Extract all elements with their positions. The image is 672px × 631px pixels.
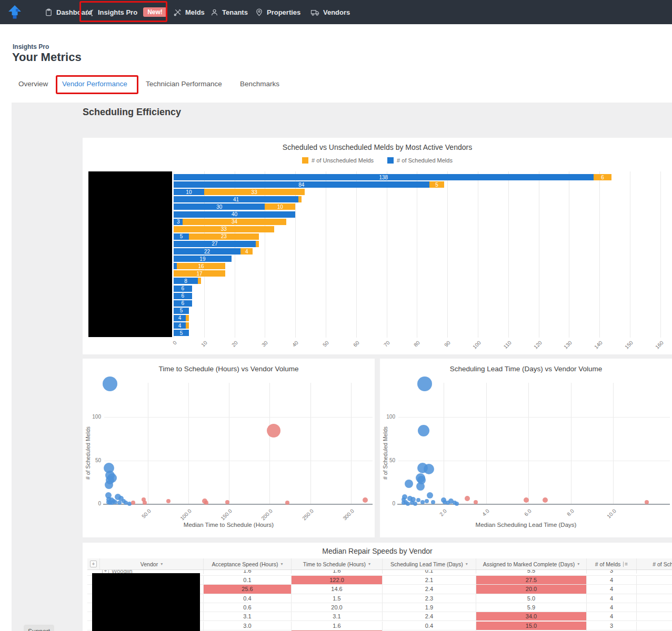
scatter-point[interactable] (427, 492, 433, 498)
bar-segment-scheduled[interactable]: 4 (174, 315, 186, 321)
scatter-point[interactable] (105, 481, 113, 489)
bar-segment-scheduled[interactable]: 5 (174, 233, 189, 240)
bar-segment-unscheduled[interactable] (198, 278, 201, 284)
scatter-point[interactable] (424, 464, 434, 474)
bar-segment-unscheduled[interactable]: 5 (429, 181, 445, 188)
tools-icon (174, 8, 182, 16)
scatter-point[interactable] (418, 425, 429, 436)
scatter1-plot[interactable]: 50.0100.0150.0200.0250.0300.0050100 (83, 359, 375, 537)
nav-item-melds[interactable]: Melds (174, 0, 205, 24)
bar-segment-unscheduled[interactable] (186, 315, 189, 321)
scatter-point[interactable] (425, 499, 429, 503)
table-add-column-cell[interactable]: + (87, 558, 100, 569)
bar-segment-scheduled[interactable]: 4 (174, 322, 186, 329)
scatter-point[interactable] (416, 498, 420, 502)
scatter-point[interactable] (405, 480, 413, 488)
nav-item-properties[interactable]: Properties (255, 0, 300, 24)
scatter-point[interactable] (363, 497, 368, 503)
bar-segment-scheduled[interactable]: 138 (174, 174, 594, 180)
scatter-point[interactable] (465, 496, 470, 501)
bar-segment-unscheduled[interactable]: 17 (174, 270, 225, 277)
bar-segment-scheduled[interactable]: 30 (174, 203, 265, 210)
scatter-point[interactable] (103, 376, 117, 391)
scatter-point[interactable] (417, 376, 432, 391)
scatter-point[interactable] (420, 500, 425, 504)
tab-technician-performance[interactable]: Technician Performance (146, 80, 222, 88)
cell-value: 15.0 (526, 623, 537, 629)
add-column-icon[interactable]: + (90, 561, 97, 567)
table-value-cell: 1.6 (292, 570, 383, 574)
scatter-point[interactable] (267, 424, 280, 437)
nav-item-vendors[interactable]: Vendors (310, 0, 350, 24)
y-axis-tick-label: 50 (379, 457, 395, 463)
gridline (269, 383, 270, 504)
scatter-point[interactable] (543, 497, 548, 503)
column-header-vendor[interactable]: Vendor▾ (100, 558, 204, 569)
bar-segment-scheduled[interactable]: 22 (174, 248, 240, 255)
bar-segment-scheduled[interactable]: 19 (174, 256, 232, 262)
bar-segment-scheduled[interactable]: 5 (174, 308, 189, 314)
bar-segment-scheduled[interactable]: 41 (174, 196, 298, 202)
bar-segment-scheduled[interactable]: 3 (174, 219, 183, 225)
bar-segment-scheduled[interactable]: 40 (174, 211, 295, 218)
bar-segment-unscheduled[interactable] (298, 196, 302, 202)
column-dropdown-icon[interactable]: ▾ (281, 562, 283, 566)
column-dropdown-icon[interactable]: ▾ (368, 562, 370, 566)
bar-segment-unscheduled[interactable] (186, 322, 189, 329)
scatter-point[interactable] (225, 500, 229, 504)
column-dropdown-icon[interactable]: ▾ (161, 562, 163, 566)
table-value-cell: 2.3 (383, 594, 476, 603)
table-header-row[interactable]: +Vendor▾Acceptance Speed (Hours)▾Time to… (87, 558, 672, 570)
scatter-point[interactable] (455, 502, 459, 506)
column-header-6[interactable]: # of Sch (637, 558, 672, 569)
nav-item-insights-pro[interactable]: Insights Pro New! (86, 0, 167, 24)
scatter-point[interactable] (474, 500, 478, 504)
bar-segment-scheduled[interactable]: 6 (174, 300, 192, 307)
bar-segment-unscheduled[interactable]: 34 (183, 219, 286, 225)
tab-benchmarks[interactable]: Benchmarks (240, 80, 279, 88)
nav-item-dashboard[interactable]: Dashboard (45, 0, 92, 24)
column-header-1[interactable]: Acceptance Speed (Hours)▾ (204, 558, 292, 569)
bar-segment-scheduled[interactable]: 84 (174, 181, 429, 188)
bar-segment-unscheduled[interactable]: 4 (240, 248, 253, 255)
x-axis-line (397, 504, 670, 505)
bar-segment-unscheduled[interactable]: 10 (265, 203, 295, 210)
bar-segment-scheduled[interactable]: 27 (174, 241, 256, 247)
column-dropdown-icon[interactable]: ▾ (577, 562, 579, 566)
bar-segment-unscheduled[interactable]: 33 (174, 226, 274, 232)
cell-value: 20.0 (526, 586, 537, 592)
scatter-point[interactable] (431, 500, 435, 504)
sort-icon[interactable]: ≡ (623, 562, 628, 567)
bar-segment-unscheduled[interactable]: 23 (189, 233, 259, 240)
cell-value: 20.0 (331, 604, 342, 610)
bar-segment-scheduled[interactable]: 5 (174, 330, 189, 336)
column-header-5[interactable]: # of Melds≡ (587, 558, 637, 569)
column-dropdown-icon[interactable]: ▾ (466, 562, 468, 566)
column-header-3[interactable]: Scheduling Lead Time (Days)▾ (383, 558, 476, 569)
scatter-point[interactable] (406, 502, 410, 506)
cell-value: 4 (610, 577, 613, 583)
column-header-4[interactable]: Assigned to Marked Complete (Days)▾ (476, 558, 587, 569)
bar-segment-unscheduled[interactable]: 16 (177, 263, 225, 269)
bar-segment-unscheduled[interactable]: 6 (594, 174, 612, 180)
scatter-point[interactable] (416, 482, 425, 491)
bar-segment-scheduled[interactable]: 6 (174, 286, 192, 292)
bar-segment-scheduled[interactable]: 8 (174, 278, 198, 284)
app-logo[interactable] (7, 4, 23, 20)
column-header-2[interactable]: Time to Schedule (Hours)▾ (292, 558, 383, 569)
tab-vendor-performance[interactable]: Vendor Performance (62, 80, 127, 88)
cell-value: 1.6 (243, 570, 251, 574)
nav-item-tenants[interactable]: Tenants (210, 0, 248, 24)
table-value-cell: 4 (587, 585, 637, 593)
bar-segment-unscheduled[interactable] (256, 241, 259, 247)
scatter-point[interactable] (166, 499, 170, 503)
scatter-point[interactable] (413, 502, 417, 506)
cell-value: 2.4 (425, 613, 433, 619)
tab-overview[interactable]: Overview (18, 80, 48, 88)
support-button[interactable]: Support (24, 625, 54, 631)
bar-segment-unscheduled[interactable]: 33 (204, 189, 305, 195)
bar-segment-scheduled[interactable]: 6 (174, 293, 192, 299)
scatter2-plot[interactable]: 2.04.06.08.010.0050100 (380, 359, 672, 537)
scatter-point[interactable] (645, 500, 649, 504)
bar-segment-scheduled[interactable]: 10 (174, 189, 204, 195)
